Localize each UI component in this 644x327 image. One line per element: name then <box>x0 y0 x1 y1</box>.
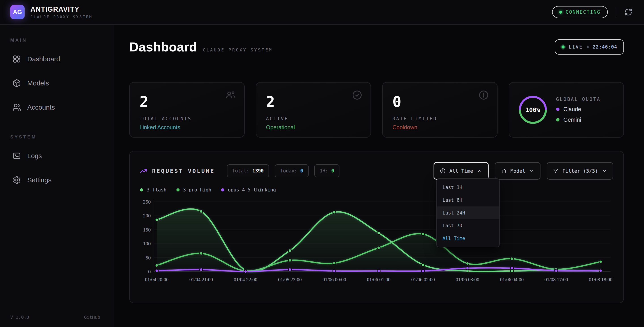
global-quota-card: 100% GLOBAL QUOTA Claude Gemini <box>509 82 624 138</box>
gear-icon <box>12 176 21 184</box>
clock-icon <box>440 168 446 174</box>
chevron-up-icon <box>477 168 482 173</box>
legend-label: opus-4-5-thinking <box>228 187 276 192</box>
badge-label: 1H: <box>320 168 328 174</box>
quota-legend-gemini: Gemini <box>556 116 601 123</box>
cube-icon <box>12 79 21 88</box>
app-version: V 1.0.0 <box>10 314 29 320</box>
svg-text:01/04 20:00: 01/04 20:00 <box>145 277 168 282</box>
dropdown-item-last-7d[interactable]: Last 7D <box>437 219 499 232</box>
chart-legend: 3-flash3-pro-highopus-4-5-thinking <box>140 187 613 192</box>
svg-text:50: 50 <box>146 255 151 260</box>
badge-label: Total: <box>232 168 249 174</box>
claude-dot-icon <box>556 108 560 111</box>
sidebar-item-label: Accounts <box>27 104 55 111</box>
stat-card-rate-limited: 0 RATE LIMITED Cooldown <box>382 82 498 138</box>
legend-dot-icon <box>140 188 143 192</box>
live-status-badge: LIVE 22:46:04 <box>555 39 624 54</box>
quota-label: GLOBAL QUOTA <box>556 96 601 102</box>
svg-text:250: 250 <box>143 199 151 205</box>
github-link[interactable]: GitHub <box>84 314 100 320</box>
live-clock: 22:46:04 <box>593 44 617 50</box>
trending-up-icon <box>140 167 147 174</box>
legend-dot-icon <box>176 188 180 192</box>
sidebar-item-label: Models <box>27 80 49 87</box>
svg-text:01/04 22:00: 01/04 22:00 <box>234 277 258 282</box>
sidebar-section-main: MAIN <box>10 38 103 43</box>
sidebar-item-models[interactable]: Models <box>10 76 103 90</box>
sidebar-item-label: Settings <box>27 176 52 184</box>
users-icon <box>12 103 21 112</box>
separator-dot <box>587 46 589 48</box>
svg-text:100: 100 <box>143 241 151 246</box>
svg-text:01/08 17:00: 01/08 17:00 <box>544 277 568 282</box>
chevron-down-icon <box>602 168 607 173</box>
total-badge: Total: 1390 <box>227 164 269 177</box>
quota-legend-label: Claude <box>564 106 581 112</box>
sidebar-item-settings[interactable]: Settings <box>10 173 103 188</box>
check-circle-icon <box>352 90 362 100</box>
stat-card-total-accounts: 2 TOTAL ACCOUNTS Linked Accounts <box>129 82 245 138</box>
svg-text:01/06 01:00: 01/06 01:00 <box>367 277 391 282</box>
sidebar-item-accounts[interactable]: Accounts <box>10 100 103 115</box>
dropdown-item-all-time[interactable]: All Time <box>437 232 499 245</box>
legend-item-3-flash[interactable]: 3-flash <box>140 187 166 192</box>
page-subtitle: CLAUDE PROXY SYSTEM <box>203 48 272 52</box>
request-volume-chart: 05010015020025001/04 20:0001/04 21:0001/… <box>140 197 614 285</box>
app-title: ANTIGRAVITY <box>30 5 92 14</box>
connection-status-badge: CONNECTING <box>552 6 608 18</box>
sidebar-item-label: Dashboard <box>27 55 60 63</box>
app-subtitle: CLAUDE PROXY SYSTEM <box>30 15 92 19</box>
svg-text:200: 200 <box>143 213 151 218</box>
request-volume-card: REQUEST VOLUME Total: 1390 Today: 0 1H: … <box>129 151 624 303</box>
terminal-icon <box>12 152 21 160</box>
stat-label: ACTIVE <box>266 116 361 122</box>
svg-text:01/06 00:00: 01/06 00:00 <box>322 277 346 282</box>
status-dot-icon <box>559 11 562 14</box>
sidebar: MAIN Dashboard Models Accounts SYSTEM Lo… <box>0 24 114 327</box>
svg-text:01/06 02:00: 01/06 02:00 <box>411 277 435 282</box>
chart-title: REQUEST VOLUME <box>152 168 215 174</box>
users-icon <box>226 90 236 100</box>
svg-text:0: 0 <box>148 269 151 274</box>
quota-legend-label: Gemini <box>564 116 581 123</box>
gemini-dot-icon <box>556 118 560 122</box>
filter-button[interactable]: Filter (3/3) <box>547 162 613 180</box>
svg-text:01/06 03:00: 01/06 03:00 <box>456 277 480 282</box>
dropdown-item-last-6h[interactable]: Last 6H <box>437 194 499 206</box>
sidebar-item-dashboard[interactable]: Dashboard <box>10 52 103 66</box>
svg-text:01/05 23:00: 01/05 23:00 <box>278 277 302 282</box>
stat-label: RATE LIMITED <box>392 116 487 122</box>
sidebar-item-logs[interactable]: Logs <box>10 148 103 163</box>
dashboard-grid-icon <box>12 55 21 63</box>
time-range-button[interactable]: All Time <box>434 162 488 180</box>
legend-label: 3-flash <box>147 187 166 192</box>
main-content: Dashboard CLAUDE PROXY SYSTEM LIVE 22:46… <box>114 24 644 327</box>
today-badge: Today: 0 <box>275 164 308 177</box>
stat-card-active: 2 ACTIVE Operational <box>256 82 371 138</box>
connection-status-label: CONNECTING <box>566 10 600 15</box>
alert-circle-icon <box>479 90 488 100</box>
dropdown-item-last-24h[interactable]: Last 24H <box>437 206 499 219</box>
legend-item-opus-4-5-thinking[interactable]: opus-4-5-thinking <box>221 187 276 192</box>
badge-value: 0 <box>300 168 303 174</box>
dropdown-item-last-1h[interactable]: Last 1H <box>437 181 499 194</box>
badge-value: 0 <box>332 168 334 174</box>
live-dot-icon <box>562 46 564 48</box>
model-filter-label: Model <box>510 168 525 174</box>
stat-label: TOTAL ACCOUNTS <box>140 116 234 122</box>
live-label: LIVE <box>569 44 583 50</box>
one-hour-badge: 1H: 0 <box>314 164 340 177</box>
sidebar-section-system: SYSTEM <box>10 134 103 140</box>
badge-label: Today: <box>280 168 297 174</box>
time-range-label: All Time <box>450 168 473 174</box>
legend-item-3-pro-high[interactable]: 3-pro-high <box>176 187 211 192</box>
app-header: AG ANTIGRAVITY CLAUDE PROXY SYSTEM CONNE… <box>0 0 644 24</box>
svg-text:01/04 21:00: 01/04 21:00 <box>190 277 213 282</box>
legend-dot-icon <box>221 188 224 192</box>
stat-value: 0 <box>392 94 487 109</box>
refresh-icon[interactable] <box>624 8 632 16</box>
svg-text:01/08 18:00: 01/08 18:00 <box>589 277 612 282</box>
model-filter-button[interactable]: Model <box>495 162 540 180</box>
time-range-dropdown: Last 1H Last 6H Last 24H Last 7D All Tim… <box>436 178 500 247</box>
